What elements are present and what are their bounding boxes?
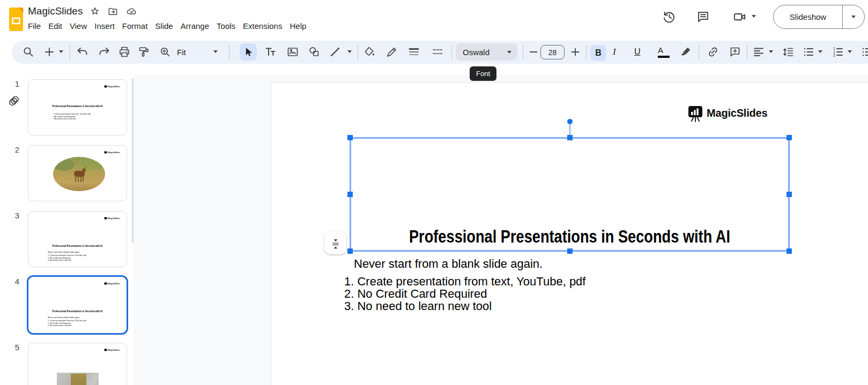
text-color-button[interactable]: A bbox=[658, 44, 670, 58]
meet-caret-icon[interactable] bbox=[752, 15, 756, 18]
resize-handle-middle-left[interactable] bbox=[347, 192, 353, 197]
insert-link-icon[interactable] bbox=[707, 46, 719, 58]
comment-history-icon[interactable] bbox=[696, 10, 710, 24]
slide-number-4: 4 bbox=[9, 277, 19, 286]
menu-arrange[interactable]: Arrange bbox=[177, 20, 213, 32]
font-family-select[interactable]: Oswald bbox=[456, 43, 517, 61]
add-comment-icon[interactable] bbox=[729, 46, 741, 58]
slideshow-button[interactable]: Slideshow bbox=[774, 12, 842, 21]
border-color-icon[interactable] bbox=[385, 46, 398, 58]
numbered-list-icon[interactable]: 1 2 3 bbox=[832, 46, 844, 58]
zoom-caret-icon[interactable] bbox=[213, 50, 218, 53]
thumb-image-subject bbox=[71, 374, 86, 385]
slide-thumbnail-4-selected[interactable]: MagicSlides Professional Presentations i… bbox=[27, 275, 128, 335]
zoom-in-icon[interactable] bbox=[159, 46, 172, 58]
slide-logo-icon[interactable] bbox=[688, 105, 703, 123]
slide-thumbnail-3[interactable]: MagicSlides Professional Presentations i… bbox=[28, 211, 127, 267]
new-slide-button[interactable] bbox=[43, 46, 56, 58]
resize-handle-middle-right[interactable] bbox=[787, 192, 792, 197]
slide-body-list[interactable]: 1. Create presentation from text, YouTub… bbox=[344, 275, 585, 312]
line-caret-icon[interactable] bbox=[347, 50, 352, 53]
print-button[interactable] bbox=[118, 46, 131, 58]
font-family-value: Oswald bbox=[463, 48, 507, 57]
list-item: 1. Create presentation from text, YouTub… bbox=[344, 275, 585, 288]
slide-thumbnail-2[interactable]: MagicSlides bbox=[28, 145, 127, 201]
bulleted-list-caret-icon[interactable] bbox=[818, 50, 822, 53]
select-tool-button[interactable] bbox=[240, 43, 257, 61]
align-icon[interactable] bbox=[752, 46, 765, 58]
thumb-logo: MagicSlides bbox=[104, 151, 120, 154]
menu-view[interactable]: View bbox=[66, 20, 91, 32]
list-item: 2. No Credit Card Required bbox=[344, 288, 585, 300]
new-slide-caret-icon[interactable] bbox=[59, 50, 63, 53]
font-size-input[interactable]: 28 bbox=[540, 45, 565, 59]
thumb-numbered-list: 1. Create presentation from text, YouTub… bbox=[48, 254, 86, 261]
thumb-logo: MagicSlides bbox=[104, 282, 120, 285]
italic-button[interactable]: I bbox=[613, 46, 616, 58]
border-dash-icon[interactable] bbox=[431, 46, 444, 58]
insert-line-icon[interactable] bbox=[329, 46, 342, 58]
resize-handle-top-left[interactable] bbox=[347, 135, 353, 140]
text-autofit-button[interactable] bbox=[324, 231, 346, 254]
decrease-font-size-button[interactable] bbox=[527, 46, 540, 58]
border-weight-icon[interactable] bbox=[407, 46, 420, 58]
resize-handle-bottom-center[interactable] bbox=[567, 248, 573, 254]
fill-color-icon[interactable] bbox=[363, 46, 376, 58]
resize-handle-bottom-left[interactable] bbox=[347, 248, 353, 254]
slide-title-text[interactable]: Professional Presentations in Seconds wi… bbox=[394, 225, 746, 247]
resize-handle-top-center[interactable] bbox=[567, 135, 573, 140]
redo-button[interactable] bbox=[98, 46, 110, 58]
text-box-icon[interactable] bbox=[264, 46, 277, 58]
document-header: MagicSlides bbox=[28, 5, 137, 17]
zoom-level-select[interactable]: Fit bbox=[177, 48, 186, 57]
highlight-color-icon[interactable] bbox=[679, 46, 692, 58]
slide-subtitle-text[interactable]: Never start from a blank slide again. bbox=[354, 257, 543, 271]
thumb-logo-icon bbox=[104, 217, 107, 219]
menu-file[interactable]: File bbox=[24, 20, 44, 32]
filmstrip-scrollbar[interactable] bbox=[132, 78, 133, 243]
search-menus-icon[interactable] bbox=[22, 46, 35, 58]
deer-ellipse-image bbox=[53, 157, 105, 191]
slide-number-5: 5 bbox=[9, 343, 19, 352]
menu-edit[interactable]: Edit bbox=[44, 20, 66, 32]
menu-help[interactable]: Help bbox=[286, 20, 310, 32]
undo-button[interactable] bbox=[76, 46, 89, 58]
numbered-list-caret-icon[interactable] bbox=[848, 50, 852, 53]
resize-handle-bottom-right[interactable] bbox=[787, 248, 792, 254]
bulleted-list-icon[interactable] bbox=[802, 46, 815, 58]
underline-button[interactable]: U bbox=[634, 46, 641, 58]
cloud-saved-icon[interactable] bbox=[125, 6, 137, 17]
increase-font-size-button[interactable] bbox=[569, 46, 582, 58]
font-caret-icon bbox=[507, 51, 511, 54]
insert-image-icon[interactable] bbox=[286, 46, 299, 58]
bold-button[interactable]: B bbox=[590, 45, 606, 61]
slides-app-icon[interactable] bbox=[9, 6, 24, 32]
paint-format-icon[interactable] bbox=[137, 46, 150, 58]
thumb-logo: MagicSlides bbox=[104, 85, 120, 88]
menu-slide[interactable]: Slide bbox=[151, 20, 176, 32]
thumb-logo: MagicSlides bbox=[104, 217, 120, 220]
thumb-title: Professional Presentations in Seconds wi… bbox=[36, 244, 120, 247]
meet-camera-icon[interactable] bbox=[732, 10, 747, 24]
menu-insert[interactable]: Insert bbox=[91, 20, 118, 32]
animations-rings-icon[interactable] bbox=[8, 94, 21, 107]
move-to-folder-icon[interactable] bbox=[107, 6, 118, 17]
slide-number-3: 3 bbox=[9, 211, 19, 220]
menu-format[interactable]: Format bbox=[118, 20, 152, 32]
star-icon[interactable] bbox=[90, 6, 100, 17]
menu-extensions[interactable]: Extensions bbox=[239, 20, 286, 32]
insert-shape-icon[interactable] bbox=[308, 46, 321, 58]
slide-thumbnail-5[interactable]: MagicSlides bbox=[28, 343, 127, 385]
rotation-handle[interactable] bbox=[567, 119, 573, 124]
line-spacing-icon[interactable] bbox=[782, 46, 795, 58]
align-caret-icon[interactable] bbox=[769, 50, 773, 53]
slideshow-options-button[interactable] bbox=[843, 16, 864, 18]
slide-thumbnail-1[interactable]: MagicSlides Professional Presentations i… bbox=[28, 79, 127, 135]
document-title[interactable]: MagicSlides bbox=[28, 5, 83, 17]
slide-logo-text[interactable]: MagicSlides bbox=[707, 107, 767, 119]
more-options-icon[interactable] bbox=[860, 46, 868, 58]
version-history-icon[interactable] bbox=[662, 10, 677, 24]
menu-tools[interactable]: Tools bbox=[213, 20, 239, 32]
svg-text:3: 3 bbox=[833, 54, 835, 57]
resize-handle-top-right[interactable] bbox=[787, 135, 792, 140]
